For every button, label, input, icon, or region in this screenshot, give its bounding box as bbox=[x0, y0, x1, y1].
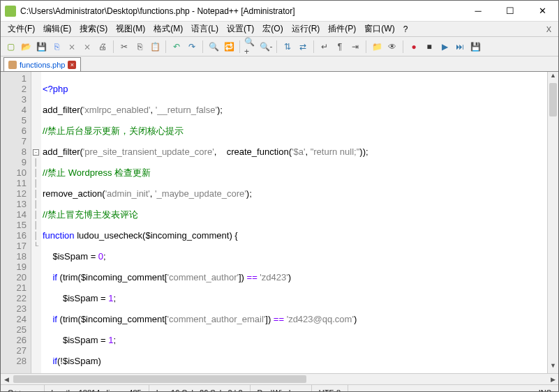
play-multi-icon[interactable]: ⏭ bbox=[453, 40, 467, 54]
save-macro-icon[interactable]: 💾 bbox=[468, 40, 482, 54]
menu-edit[interactable]: 编辑(E) bbox=[39, 22, 75, 36]
close-file-icon[interactable]: ⨯ bbox=[65, 40, 79, 54]
sync-h-icon[interactable]: ⇄ bbox=[296, 40, 310, 54]
status-mode: INS bbox=[532, 385, 558, 392]
showall-icon[interactable]: ¶ bbox=[333, 40, 347, 54]
status-bar: C++ sou length : 18814 lines : 485 Ln : … bbox=[1, 384, 558, 392]
fold-column[interactable]: - ││││││││└ bbox=[31, 72, 41, 373]
open-file-icon[interactable]: 📂 bbox=[19, 40, 33, 54]
monitor-icon[interactable]: 👁 bbox=[385, 40, 399, 54]
status-length: length : 18814 lines : 485 bbox=[45, 385, 149, 392]
fold-toggle-icon: - bbox=[33, 149, 39, 156]
status-encoding: UTF-8 bbox=[312, 385, 348, 392]
find-icon[interactable]: 🔍 bbox=[207, 40, 221, 54]
scroll-thumb-v[interactable] bbox=[549, 83, 557, 116]
print-icon[interactable]: 🖨 bbox=[96, 40, 110, 54]
vertical-scrollbar[interactable]: ▲ ▼ bbox=[547, 72, 558, 373]
replace-icon[interactable]: 🔁 bbox=[222, 40, 236, 54]
undo-icon[interactable]: ↶ bbox=[170, 40, 184, 54]
indent-guide-icon[interactable]: ⇥ bbox=[348, 40, 362, 54]
editor[interactable]: 1234567891011121314151617181920212223242… bbox=[1, 72, 558, 373]
menu-macro[interactable]: 宏(O) bbox=[258, 22, 287, 36]
cut-icon[interactable]: ✂ bbox=[117, 40, 131, 54]
toolbar: ▢ 📂 💾 ⎘ ⨯ ⨯ 🖨 ✂ ⎘ 📋 ↶ ↷ 🔍 🔁 🔍+ 🔍- ⇅ ⇄ ↵ … bbox=[1, 37, 558, 56]
record-macro-icon[interactable]: ● bbox=[407, 40, 421, 54]
menu-language[interactable]: 语言(L) bbox=[187, 22, 223, 36]
wordwrap-icon[interactable]: ↵ bbox=[318, 40, 331, 54]
horizontal-scrollbar[interactable]: ◀ ▶ bbox=[1, 373, 558, 384]
file-icon bbox=[8, 61, 17, 69]
menu-settings[interactable]: 设置(T) bbox=[223, 22, 258, 36]
menu-plugins[interactable]: 插件(P) bbox=[324, 22, 360, 36]
copy-icon[interactable]: ⎘ bbox=[133, 40, 147, 54]
scroll-up-icon[interactable]: ▲ bbox=[548, 72, 558, 83]
code-area[interactable]: <?php add_filter('xmlrpc_enabled', '__re… bbox=[41, 72, 558, 373]
status-language: C++ sou bbox=[1, 385, 45, 392]
scroll-thumb-h[interactable] bbox=[13, 375, 306, 383]
menu-file[interactable]: 文件(F) bbox=[3, 22, 39, 36]
zoom-in-icon[interactable]: 🔍+ bbox=[244, 40, 258, 54]
stop-macro-icon[interactable]: ■ bbox=[422, 40, 436, 54]
maximize-button[interactable]: ☐ bbox=[494, 1, 526, 22]
tab-bar: functions.php × bbox=[1, 56, 558, 72]
new-file-icon[interactable]: ▢ bbox=[3, 40, 17, 54]
scroll-down-icon[interactable]: ▼ bbox=[548, 362, 558, 373]
menu-search[interactable]: 搜索(S) bbox=[75, 22, 112, 36]
menu-help[interactable]: ? bbox=[399, 23, 412, 36]
scroll-right-icon[interactable]: ▶ bbox=[547, 374, 558, 384]
tab-close-icon[interactable]: × bbox=[68, 61, 76, 69]
close-button[interactable]: ✕ bbox=[526, 1, 558, 22]
save-all-icon[interactable]: ⎘ bbox=[50, 40, 64, 54]
play-macro-icon[interactable]: ▶ bbox=[438, 40, 452, 54]
zoom-out-icon[interactable]: 🔍- bbox=[259, 40, 273, 54]
paste-icon[interactable]: 📋 bbox=[148, 40, 162, 54]
tab-functions-php[interactable]: functions.php × bbox=[3, 57, 81, 71]
redo-icon[interactable]: ↷ bbox=[185, 40, 199, 54]
menu-bar: 文件(F) 编辑(E) 搜索(S) 视图(M) 格式(M) 语言(L) 设置(T… bbox=[1, 22, 558, 37]
title-bar: C:\Users\Administrator\Desktop\functions… bbox=[1, 1, 558, 22]
sync-v-icon[interactable]: ⇅ bbox=[281, 40, 295, 54]
scroll-left-icon[interactable]: ◀ bbox=[1, 374, 12, 384]
folder-icon[interactable]: 📁 bbox=[370, 40, 384, 54]
line-number-gutter: 1234567891011121314151617181920212223242… bbox=[1, 72, 31, 373]
status-position: Ln : 16 Col : 26 Sel : 0 | 0 bbox=[149, 385, 251, 392]
menu-view[interactable]: 视图(M) bbox=[112, 22, 149, 36]
save-icon[interactable]: 💾 bbox=[34, 40, 48, 54]
menu-window[interactable]: 窗口(W) bbox=[360, 22, 398, 36]
menu-run[interactable]: 运行(R) bbox=[288, 22, 325, 36]
menu-x[interactable]: X bbox=[542, 25, 556, 33]
close-all-icon[interactable]: ⨯ bbox=[80, 40, 94, 54]
status-eol: Dos\Windows bbox=[251, 385, 312, 392]
tab-label: functions.php bbox=[20, 61, 65, 69]
minimize-button[interactable]: ─ bbox=[462, 1, 494, 22]
app-icon bbox=[5, 6, 16, 17]
window-title: C:\Users\Administrator\Desktop\functions… bbox=[20, 6, 462, 16]
menu-format[interactable]: 格式(M) bbox=[149, 22, 187, 36]
